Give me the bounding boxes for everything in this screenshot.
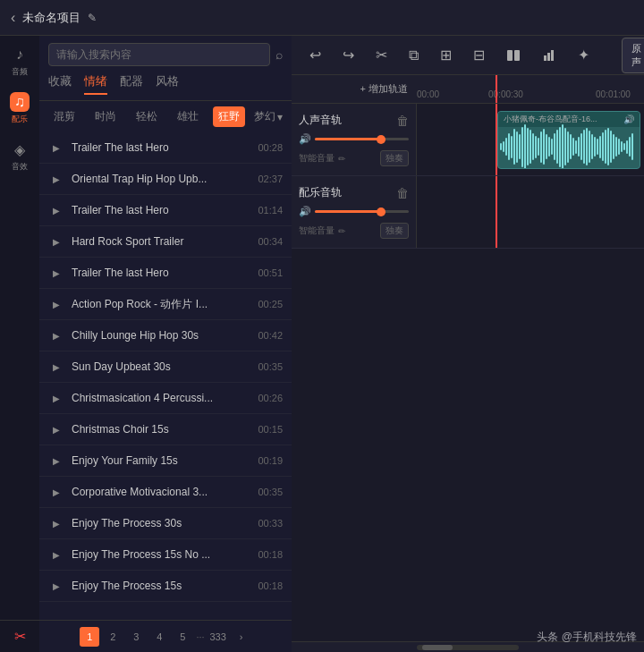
tab-collect[interactable]: 收藏 [48, 73, 72, 95]
play-icon[interactable]: ▶ [48, 390, 64, 406]
tab-style[interactable]: 风格 [156, 73, 179, 95]
play-icon[interactable]: ▶ [48, 327, 64, 343]
redo-button[interactable]: ↪ [339, 43, 358, 67]
delete-button[interactable]: ⊟ [470, 43, 488, 67]
sidebar-item-music[interactable]: ♫ 配乐 [10, 92, 30, 125]
back-button[interactable]: ‹ [11, 10, 15, 26]
track-content-vocal[interactable]: 小猪佩奇-布谷鸟配音-16... 🔊 [417, 104, 644, 175]
volume-slider-vocal[interactable] [315, 138, 409, 140]
sub-tab-fashion[interactable]: 时尚 [89, 106, 122, 127]
music-list-item[interactable]: ▶ Christmasication 4 Percussi... 00:26 [39, 383, 292, 414]
music-list-item[interactable]: ▶ Enjoy The Process 30s 00:33 [39, 508, 292, 539]
scissors-icon[interactable]: ✂ [14, 628, 26, 645]
track-controls-vocal: 人声音轨 🗑 🔊 智能音量 ✏ 独奏 [292, 104, 417, 175]
play-icon[interactable]: ▶ [48, 484, 64, 500]
edit-title-icon[interactable]: ✎ [88, 12, 97, 24]
play-icon[interactable]: ▶ [48, 359, 64, 375]
tab-instrument[interactable]: 配器 [120, 73, 143, 95]
page-3-button[interactable]: 3 [126, 627, 146, 647]
music-name: Enjoy Your Family 15s [72, 454, 250, 467]
track-delete-vocal[interactable]: 🗑 [396, 114, 409, 128]
page-2-button[interactable]: 2 [103, 627, 123, 647]
top-bar-left: ‹ 未命名项目 ✎ [11, 10, 97, 26]
sidebar-item-audio[interactable]: ♪ 音频 [10, 45, 30, 78]
music-list-item[interactable]: ▶ Christmas Choir 15s 00:15 [39, 414, 292, 445]
music-duration: 00:18 [258, 549, 283, 560]
music-list-item[interactable]: ▶ Oriental Trap Hip Hop Upb... 02:37 [39, 164, 292, 195]
music-list-item[interactable]: ▶ Enjoy Your Family 15s 00:19 [39, 445, 292, 477]
original-button[interactable]: 原声 [622, 38, 644, 73]
scroll-thumb[interactable] [422, 645, 453, 650]
page-next-button[interactable]: › [232, 627, 251, 647]
solo-button-music[interactable]: 独奏 [380, 223, 409, 239]
undo-button[interactable]: ↩ [306, 43, 325, 67]
play-icon[interactable]: ▶ [48, 421, 64, 437]
play-icon[interactable]: ▶ [48, 171, 64, 187]
sub-tab-mix[interactable]: 混剪 [48, 106, 80, 127]
music-name: Corporative Motivacional 3... [72, 486, 250, 498]
track-row-vocal: 人声音轨 🗑 🔊 智能音量 ✏ 独奏 [292, 104, 644, 176]
track-row-music: 配乐音轨 🗑 🔊 智能音量 ✏ 独奏 [292, 176, 644, 249]
settings-button[interactable]: ✦ [574, 43, 593, 67]
pagination: 1 2 3 4 5 ··· 333 › [39, 620, 292, 652]
scroll-track[interactable] [417, 645, 519, 650]
music-duration: 00:18 [258, 580, 283, 591]
smart-volume-edit-music[interactable]: ✏ [338, 226, 345, 236]
split-button[interactable] [503, 45, 524, 66]
sub-tab-mighty[interactable]: 雄壮 [172, 106, 204, 127]
music-list-item[interactable]: ▶ Trailer The last Hero 01:14 [39, 195, 292, 226]
play-icon[interactable]: ▶ [48, 296, 64, 312]
play-icon[interactable]: ▶ [48, 453, 64, 469]
add-track-button[interactable]: + 增加轨道 [360, 82, 408, 96]
sidebar-item-sfx[interactable]: ◈ 音效 [10, 140, 30, 173]
music-list-item[interactable]: ▶ Sun Day Upbeat 30s 00:35 [39, 351, 292, 383]
svg-rect-2 [544, 55, 547, 61]
track-delete-music[interactable]: 🗑 [396, 186, 409, 200]
music-list-item[interactable]: ▶ Action Pop Rock - 动作片 I... 00:25 [39, 289, 292, 320]
smart-volume-label-vocal: 智能音量 [299, 152, 335, 165]
music-name: Chilly Lounge Hip Hop 30s [72, 329, 250, 342]
music-list-item[interactable]: ▶ Corporative Motivacional 3... 00:35 [39, 477, 292, 508]
search-input[interactable] [48, 43, 270, 66]
music-name: Oriental Trap Hip Hop Upb... [72, 173, 250, 185]
music-list-item[interactable]: ▶ Enjoy The Process 15s No ... 00:18 [39, 539, 292, 571]
play-icon[interactable]: ▶ [48, 578, 64, 594]
music-list-item[interactable]: ▶ Trailer The last Hero 00:51 [39, 258, 292, 289]
music-list-item[interactable]: ▶ Hard Rock Sport Trailer 00:34 [39, 226, 292, 258]
page-333-button[interactable]: 333 [208, 627, 228, 647]
page-1-button[interactable]: 1 [80, 627, 99, 647]
music-duration: 00:19 [258, 455, 283, 466]
audio-block-vocal[interactable]: 小猪佩奇-布谷鸟配音-16... 🔊 [497, 111, 640, 169]
music-list-item[interactable]: ▶ Enjoy The Process 15s 00:18 [39, 571, 292, 602]
page-4-button[interactable]: 4 [149, 627, 169, 647]
search-button[interactable]: ⌕ [275, 47, 283, 62]
play-icon[interactable]: ▶ [48, 140, 64, 156]
volume-thumb-music[interactable] [377, 207, 386, 216]
chart-button[interactable] [538, 45, 560, 66]
play-icon[interactable]: ▶ [48, 265, 64, 281]
volume-slider-music[interactable] [315, 210, 409, 213]
watermark: 头条 @手机科技先锋 [537, 630, 637, 645]
tab-mood[interactable]: 情绪 [84, 73, 107, 95]
sub-tab-dream[interactable]: 梦幻 ▾ [254, 109, 283, 124]
solo-button-vocal[interactable]: 独奏 [380, 150, 409, 166]
smart-volume-edit-vocal[interactable]: ✏ [338, 154, 345, 164]
copy-button[interactable]: ⧉ [405, 44, 422, 67]
page-5-button[interactable]: 5 [173, 627, 192, 647]
play-icon[interactable]: ▶ [48, 202, 64, 218]
sub-tab-wild[interactable]: 狂野 [213, 106, 245, 127]
track-content-music[interactable] [417, 176, 644, 248]
left-section: ♪ 音频 ♫ 配乐 ◈ 音效 ⌕ 收藏 情绪 配器 [0, 36, 292, 652]
music-list-item[interactable]: ▶ Trailer The last Hero 00:28 [39, 132, 292, 164]
music-name: Trailer The last Hero [72, 204, 250, 216]
paste-button[interactable]: ⊞ [436, 43, 455, 67]
cut-button[interactable]: ✂ [372, 43, 391, 67]
sub-tab-relax[interactable]: 轻松 [131, 106, 163, 127]
play-icon[interactable]: ▶ [48, 233, 64, 250]
playhead-music [496, 176, 497, 248]
play-icon[interactable]: ▶ [48, 546, 64, 563]
play-icon[interactable]: ▶ [48, 515, 64, 531]
volume-thumb-vocal[interactable] [377, 135, 386, 144]
music-list-item[interactable]: ▶ Chilly Lounge Hip Hop 30s 00:42 [39, 320, 292, 351]
track-controls-music: 配乐音轨 🗑 🔊 智能音量 ✏ 独奏 [292, 176, 417, 248]
